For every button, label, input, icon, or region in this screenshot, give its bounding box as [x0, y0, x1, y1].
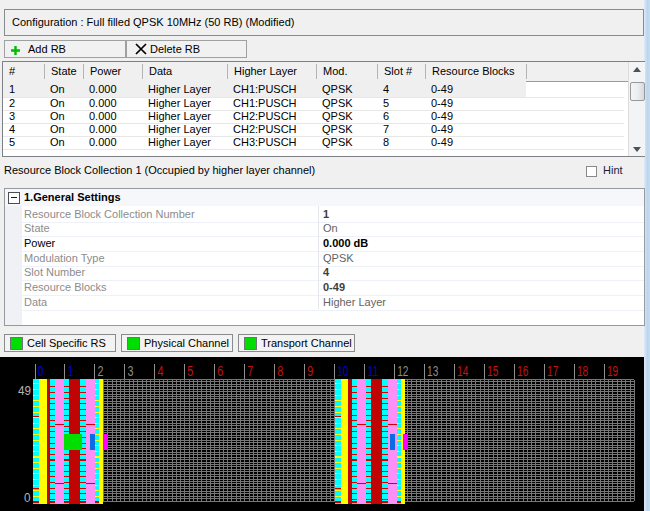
- table-cell: On: [44, 110, 83, 123]
- property-group-header: 1.General Settings: [5, 189, 644, 206]
- table-cell: 0-49: [425, 81, 526, 97]
- rb-configuration-panel: Configuration : Full filled QPSK 10MHz (…: [0, 0, 650, 511]
- slot-label-1: 1: [67, 363, 73, 379]
- property-row[interactable]: Power0.000 dB: [5, 236, 644, 252]
- slot-label-16: 16: [517, 363, 528, 379]
- band-overlay-magenta: [403, 434, 408, 450]
- property-label: Slot Number: [24, 266, 85, 278]
- table-cell: 0.000: [83, 123, 142, 136]
- property-label: Data: [24, 296, 47, 308]
- resource-grid-visualization: 012345678910111213141516171819490: [0, 357, 644, 511]
- table-cell: QPSK: [316, 123, 377, 136]
- column-header-empty: [526, 64, 631, 79]
- column-header-power[interactable]: Power: [83, 64, 143, 79]
- band-overlay-blue: [390, 434, 396, 450]
- slot-label-11: 11: [367, 363, 378, 379]
- table-row[interactable]: 4On0.000Higher LayerCH2:PUSCHQPSK70-49: [3, 123, 526, 136]
- scroll-up-button[interactable]: [629, 62, 645, 76]
- property-row[interactable]: Resource Blocks0-49: [5, 280, 644, 296]
- table-cell: 5: [377, 97, 425, 110]
- table-cell: Higher Layer: [142, 136, 227, 149]
- table-cell: CH3:PUSCH: [227, 136, 316, 149]
- property-label: State: [24, 222, 50, 234]
- column-header-state[interactable]: State: [44, 64, 84, 79]
- slot-label-4: 4: [157, 363, 163, 379]
- configuration-title-box: Configuration : Full filled QPSK 10MHz (…: [4, 9, 644, 36]
- table-cell: 0-49: [425, 136, 526, 149]
- property-label: Power: [24, 237, 55, 249]
- table-cell: 0-49: [425, 110, 526, 123]
- table-cell: 8: [377, 136, 425, 149]
- table-row[interactable]: 5On0.000Higher LayerCH3:PUSCHQPSK80-49: [3, 136, 526, 149]
- legend-tab-label: Physical Channel: [144, 337, 229, 349]
- table-cell: On: [44, 97, 83, 110]
- collapse-minus-icon[interactable]: [8, 192, 20, 204]
- table-cell: 1: [3, 81, 44, 97]
- column-header-mod[interactable]: Mod.: [316, 64, 378, 79]
- property-value[interactable]: 0-49: [323, 281, 345, 293]
- occupied-band-1: [335, 379, 408, 504]
- property-row[interactable]: StateOn: [5, 221, 644, 237]
- property-value[interactable]: On: [323, 222, 338, 234]
- table-header-row: #StatePowerDataHigher LayerMod.Slot #Res…: [3, 62, 644, 82]
- hint-checkbox[interactable]: [586, 166, 597, 177]
- property-value[interactable]: Higher Layer: [323, 296, 386, 308]
- delete-rb-label: Delete RB: [150, 43, 200, 55]
- slot-label-14: 14: [457, 363, 468, 379]
- table-vertical-scrollbar[interactable]: [628, 62, 645, 156]
- table-cell: Higher Layer: [142, 97, 227, 110]
- table-cell: 0-49: [425, 97, 526, 110]
- property-row[interactable]: Slot Number4: [5, 265, 644, 281]
- property-row[interactable]: Resource Block Collection Number1: [5, 207, 644, 223]
- column-header-higher-layer[interactable]: Higher Layer: [227, 64, 317, 79]
- row-separator: [3, 149, 624, 150]
- band-overlay-green: [64, 434, 82, 450]
- property-value[interactable]: QPSK: [323, 252, 354, 264]
- slot-label-18: 18: [577, 363, 588, 379]
- table-cell: 0.000: [83, 97, 142, 110]
- slot-label-8: 8: [277, 363, 283, 379]
- table-cell: 0.000: [83, 81, 142, 97]
- hint-checkbox-label[interactable]: Hint: [603, 164, 623, 176]
- property-label: Modulation Type: [24, 252, 105, 264]
- legend-color-swatch: [127, 337, 140, 350]
- table-cell: 6: [377, 110, 425, 123]
- property-label: Resource Blocks: [24, 281, 107, 293]
- table-cell: 7: [377, 123, 425, 136]
- scroll-down-button[interactable]: [629, 142, 645, 156]
- table-cell: 0.000: [83, 110, 142, 123]
- legend-tab-physical-channel[interactable]: Physical Channel: [121, 334, 233, 352]
- table-cell: On: [44, 123, 83, 136]
- collection-section-label: Resource Block Collection 1 (Occupied by…: [4, 164, 315, 176]
- legend-tab-transport-channel[interactable]: Transport Channel: [238, 334, 355, 352]
- property-row[interactable]: Modulation TypeQPSK: [5, 251, 644, 267]
- slot-label-2: 2: [97, 363, 103, 379]
- slot-label-10: 10: [337, 363, 348, 379]
- add-rb-button[interactable]: Add RB: [4, 40, 126, 58]
- column-header-slot[interactable]: Slot #: [377, 64, 426, 79]
- table-row[interactable]: 2On0.000Higher LayerCH1:PUSCHQPSK50-49: [3, 97, 526, 110]
- property-row[interactable]: DataHigher Layer: [5, 295, 644, 311]
- column-header-data[interactable]: Data: [142, 64, 228, 79]
- scrollbar-thumb[interactable]: [630, 82, 645, 101]
- column-header-resource-blocks[interactable]: Resource Blocks: [425, 64, 527, 79]
- slot-label-7: 7: [247, 363, 253, 379]
- property-value[interactable]: 4: [323, 266, 329, 278]
- table-cell: On: [44, 136, 83, 149]
- slot-label-19: 19: [607, 363, 618, 379]
- property-value[interactable]: 0.000 dB: [323, 237, 368, 249]
- legend-tab-label: Transport Channel: [261, 337, 352, 349]
- delete-rb-button[interactable]: Delete RB: [126, 40, 247, 58]
- slot-label-3: 3: [127, 363, 133, 379]
- column-header-[interactable]: #: [3, 64, 44, 79]
- band-overlay-blue: [90, 434, 95, 450]
- legend-color-swatch: [244, 337, 257, 350]
- legend-tab-cell-specific-rs[interactable]: Cell Specific RS: [4, 334, 116, 352]
- table-row[interactable]: 1On0.000Higher LayerCH1:PUSCHQPSK40-49: [3, 81, 526, 97]
- x-icon: [134, 42, 148, 56]
- slot-label-0: 0: [38, 363, 44, 379]
- table-cell: Higher Layer: [142, 123, 227, 136]
- slot-label-12: 12: [397, 363, 408, 379]
- property-value[interactable]: 1: [323, 208, 329, 220]
- table-row[interactable]: 3On0.000Higher LayerCH2:PUSCHQPSK60-49: [3, 110, 526, 123]
